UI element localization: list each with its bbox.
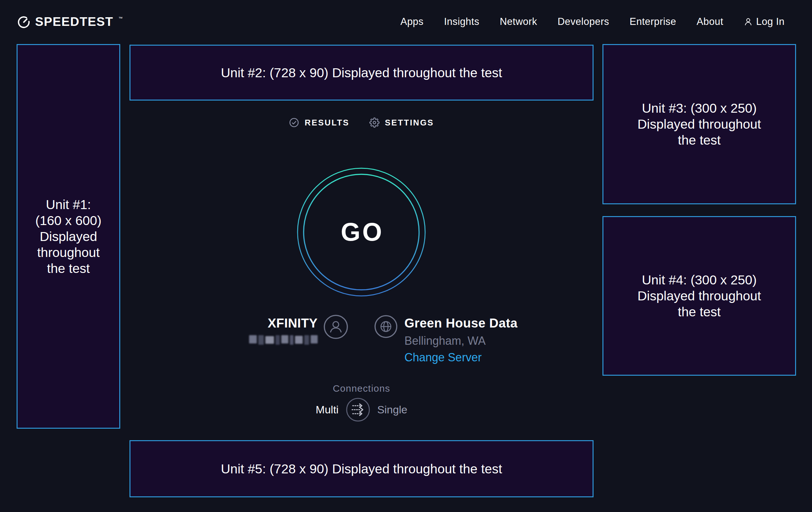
- logo-text: SPEEDTEST: [35, 15, 113, 29]
- redacted-ip-blur: [249, 335, 318, 345]
- nav-item-insights[interactable]: Insights: [444, 16, 480, 27]
- nav-item-apps[interactable]: Apps: [400, 16, 424, 27]
- ad-unit-3-line: the test: [678, 132, 721, 148]
- tab-results[interactable]: RESULTS: [289, 117, 349, 128]
- ad-unit-4-line: Unit #4: (300 x 250): [642, 272, 756, 288]
- ad-unit-1-line: throughout: [37, 244, 99, 261]
- ad-unit-3[interactable]: Unit #3: (300 x 250) Displayed throughou…: [603, 44, 796, 204]
- go-button-label: GO: [297, 168, 426, 297]
- ad-unit-2[interactable]: Unit #2: (728 x 90) Displayed throughout…: [129, 45, 593, 101]
- ad-unit-1-line: Unit #1:: [46, 197, 91, 213]
- speedtest-page: SPEEDTEST ™ Apps Insights Network Develo…: [0, 0, 812, 512]
- server-location: Bellingham, WA: [404, 334, 486, 348]
- isp-avatar-icon: [323, 315, 348, 339]
- nav-item-network[interactable]: Network: [500, 16, 537, 27]
- main-nav: Apps Insights Network Developers Enterpr…: [400, 16, 785, 27]
- ad-unit-3-line: Unit #3: (300 x 250): [642, 100, 756, 116]
- connections-toggle-row: Multi Single: [129, 397, 593, 422]
- results-tab-label: RESULTS: [304, 118, 349, 128]
- go-button[interactable]: GO: [297, 168, 426, 297]
- login-button[interactable]: Log In: [744, 16, 785, 27]
- login-label: Log In: [756, 16, 785, 27]
- server-globe-icon: [374, 315, 398, 339]
- nav-item-enterprise[interactable]: Enterprise: [630, 16, 676, 27]
- speedtest-logo[interactable]: SPEEDTEST ™: [17, 15, 122, 29]
- tab-settings[interactable]: SETTINGS: [369, 117, 434, 128]
- connections-toggle-icon[interactable]: [346, 397, 370, 422]
- isp-name: XFINITY: [249, 316, 318, 330]
- ad-unit-3-line: Displayed throughout: [638, 116, 761, 132]
- top-nav-bar: SPEEDTEST ™ Apps Insights Network Develo…: [0, 0, 812, 44]
- connections-multi-option[interactable]: Multi: [316, 403, 339, 416]
- connections-single-option[interactable]: Single: [377, 403, 408, 416]
- ad-unit-2-text: Unit #2: (728 x 90) Displayed throughout…: [221, 65, 502, 81]
- ad-unit-1-line: (160 x 600): [35, 213, 102, 228]
- ad-unit-1[interactable]: Unit #1: (160 x 600) Displayed throughou…: [17, 44, 120, 429]
- ad-unit-4-line: Displayed throughout: [638, 288, 761, 304]
- speedtest-gauge-icon: [17, 16, 30, 29]
- ad-unit-1-line: Displayed: [39, 228, 97, 244]
- server-name: Green House Data: [404, 316, 518, 330]
- change-server-link[interactable]: Change Server: [404, 351, 482, 364]
- ad-unit-1-line: the test: [47, 261, 90, 276]
- check-circle-icon: [289, 117, 299, 128]
- view-tabs: RESULTS SETTINGS: [129, 115, 593, 130]
- ad-unit-4-line: the test: [678, 304, 721, 320]
- user-icon: [744, 17, 753, 26]
- logo-trademark: ™: [118, 16, 122, 21]
- connections-label: Connections: [129, 383, 593, 394]
- nav-item-developers[interactable]: Developers: [557, 16, 609, 27]
- gear-icon: [369, 117, 379, 128]
- settings-tab-label: SETTINGS: [385, 118, 434, 128]
- ad-unit-5-text: Unit #5: (728 x 90) Displayed throughout…: [221, 461, 502, 477]
- ad-unit-4[interactable]: Unit #4: (300 x 250) Displayed throughou…: [603, 216, 796, 376]
- nav-item-about[interactable]: About: [697, 16, 723, 27]
- ad-unit-5[interactable]: Unit #5: (728 x 90) Displayed throughout…: [129, 440, 593, 497]
